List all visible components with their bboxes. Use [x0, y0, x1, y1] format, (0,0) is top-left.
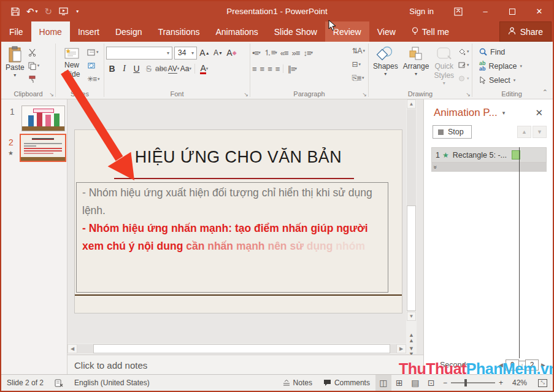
- notes-toggle-button[interactable]: Notes: [277, 375, 318, 391]
- font-name-dropdown-icon[interactable]: ▾: [166, 50, 171, 56]
- tab-transitions[interactable]: Transitions: [150, 21, 208, 42]
- zoom-out-button[interactable]: −: [443, 379, 447, 387]
- quick-styles-button[interactable]: Quick Styles ▾: [431, 45, 456, 89]
- slide-title[interactable]: HIỆU ỨNG CHO VĂN BẢN: [82, 147, 396, 167]
- spell-check-icon[interactable]: [49, 375, 69, 391]
- shapes-button[interactable]: Shapes ▾: [371, 45, 401, 89]
- start-slideshow-icon[interactable]: [59, 7, 68, 15]
- animation-pane-dropdown-icon[interactable]: ▾: [502, 110, 506, 116]
- animation-pane-close-icon[interactable]: ✕: [531, 107, 547, 118]
- tab-slide-show[interactable]: Slide Show: [266, 21, 325, 42]
- italic-button[interactable]: I: [118, 63, 130, 75]
- scroll-right-arrow[interactable]: ▶: [396, 344, 406, 353]
- notes-placeholder[interactable]: Click to add notes: [67, 355, 423, 371]
- replace-button[interactable]: abab Replace ▾: [474, 59, 549, 73]
- scroll-left-arrow[interactable]: ◀: [67, 344, 77, 353]
- tab-insert[interactable]: Insert: [70, 21, 107, 42]
- clear-formatting-button[interactable]: A◆: [226, 47, 237, 60]
- font-size-dropdown-icon[interactable]: ▾: [190, 50, 195, 56]
- tab-animations[interactable]: Animations: [207, 21, 266, 42]
- align-right-button[interactable]: ≡: [267, 64, 272, 74]
- slide-2-thumbnail[interactable]: [20, 134, 66, 162]
- align-center-button[interactable]: ≡: [260, 64, 264, 74]
- undo-icon[interactable]: ↶▾: [26, 6, 38, 17]
- shape-outline-button[interactable]: ▾: [458, 60, 469, 70]
- zoom-slider-thumb[interactable]: [464, 379, 467, 386]
- ribbon-display-options-icon[interactable]: [445, 1, 472, 21]
- paragraph-dialog-launcher-icon[interactable]: ↘: [362, 91, 367, 98]
- font-name-combobox[interactable]: ▾: [106, 47, 172, 60]
- section-button[interactable]: ✳≡▾: [87, 74, 100, 84]
- grow-font-button[interactable]: A▲: [199, 47, 210, 60]
- font-size-combobox[interactable]: 34▾: [174, 47, 197, 60]
- close-button[interactable]: ✕: [526, 1, 553, 21]
- copy-button[interactable]: ▾: [28, 61, 40, 71]
- paste-button[interactable]: Paste ▾: [3, 45, 27, 89]
- animation-item-collapse-row[interactable]: »: [431, 163, 547, 172]
- collapse-ribbon-icon[interactable]: ⌃: [542, 88, 548, 96]
- align-text-button[interactable]: ⊟▾: [352, 60, 365, 69]
- sign-in-link[interactable]: Sign in: [398, 7, 445, 16]
- slide-number-indicator[interactable]: Slide 2 of 2: [1, 375, 49, 391]
- tab-view[interactable]: View: [369, 21, 404, 42]
- bold-button[interactable]: B: [106, 63, 118, 75]
- text-shadow-button[interactable]: abc: [155, 63, 167, 75]
- move-later-button[interactable]: ▼: [533, 126, 547, 138]
- align-left-button[interactable]: ≡: [252, 64, 256, 74]
- reset-button[interactable]: [87, 61, 100, 71]
- format-painter-button[interactable]: [28, 74, 40, 84]
- line-spacing-button[interactable]: ↕≡▾: [303, 48, 312, 58]
- vertical-scroll-thumb[interactable]: [407, 206, 416, 311]
- slide-canvas[interactable]: HIỆU ỨNG CHO VĂN BẢN - Nhóm hiệu ứng xuấ…: [75, 130, 402, 313]
- tab-review[interactable]: Review: [325, 21, 369, 42]
- normal-view-button[interactable]: ◫: [375, 375, 391, 391]
- font-color-button[interactable]: A▾: [198, 63, 210, 75]
- notes-pane[interactable]: Click to add notes: [67, 355, 423, 374]
- stop-button[interactable]: Stop: [433, 125, 472, 139]
- justify-button[interactable]: ≡: [275, 64, 280, 74]
- share-button[interactable]: Share: [499, 21, 552, 42]
- vertical-scrollbar[interactable]: ▲ ▼: [406, 99, 417, 354]
- text-direction-button[interactable]: ⇅A▾: [352, 46, 365, 56]
- select-button[interactable]: Select ▾: [474, 73, 549, 87]
- timeline-playhead[interactable]: [519, 147, 520, 358]
- arrange-button[interactable]: Arrange ▾: [401, 45, 432, 89]
- previous-slide-button[interactable]: ▲▲: [406, 332, 417, 344]
- numbering-button[interactable]: ⒈≡▾: [264, 47, 277, 58]
- minimize-button[interactable]: –: [472, 1, 499, 21]
- character-spacing-button[interactable]: AV▾: [167, 63, 179, 75]
- customize-qat-icon[interactable]: ▾: [76, 9, 79, 14]
- scroll-up-arrow[interactable]: ▲: [407, 99, 416, 109]
- horizontal-scrollbar[interactable]: ◀ ▶: [67, 344, 406, 354]
- drawing-dialog-launcher-icon[interactable]: ↘: [466, 91, 471, 98]
- columns-button[interactable]: ∥≡▾: [287, 64, 296, 74]
- decrease-indent-button[interactable]: «≡: [280, 48, 288, 58]
- new-slide-button[interactable]: New Slide ▾: [58, 45, 86, 89]
- bullets-button[interactable]: •≡▾: [252, 48, 260, 58]
- find-button[interactable]: Find: [474, 45, 549, 59]
- change-case-button[interactable]: Aa▾: [180, 63, 191, 75]
- cut-button[interactable]: [28, 47, 40, 57]
- strikethrough-button[interactable]: S: [143, 63, 155, 75]
- shape-fill-button[interactable]: ▾: [458, 47, 469, 56]
- horizontal-scroll-thumb[interactable]: [93, 344, 390, 353]
- font-dialog-launcher-icon[interactable]: ↘: [244, 91, 248, 98]
- comments-toggle-button[interactable]: Comments: [318, 375, 375, 391]
- undo-dropdown-icon[interactable]: ▾: [36, 9, 38, 14]
- increase-indent-button[interactable]: »≡: [292, 48, 300, 58]
- slide-1-thumbnail[interactable]: [21, 106, 65, 131]
- move-earlier-button[interactable]: ▲: [517, 126, 531, 138]
- maximize-button[interactable]: [499, 1, 526, 21]
- tab-design[interactable]: Design: [107, 21, 150, 42]
- tab-home[interactable]: Home: [31, 21, 70, 42]
- zoom-in-button[interactable]: +: [499, 379, 503, 387]
- tab-tell-me[interactable]: Tell me: [404, 21, 457, 42]
- shape-effects-button[interactable]: ▾: [458, 74, 469, 83]
- scroll-down-arrow[interactable]: ▼: [407, 312, 416, 321]
- clipboard-dialog-launcher-icon[interactable]: ↘: [49, 91, 54, 98]
- layout-button[interactable]: ▾: [87, 47, 100, 57]
- language-indicator[interactable]: English (United States): [69, 375, 155, 391]
- save-icon[interactable]: [11, 7, 20, 16]
- animation-item-rectangle5[interactable]: 1 ★ Rectangle 5: -...: [431, 147, 547, 163]
- slide-body-textbox[interactable]: - Nhóm hiệu ứng xuất hiện đối tượng chỉ …: [76, 182, 388, 293]
